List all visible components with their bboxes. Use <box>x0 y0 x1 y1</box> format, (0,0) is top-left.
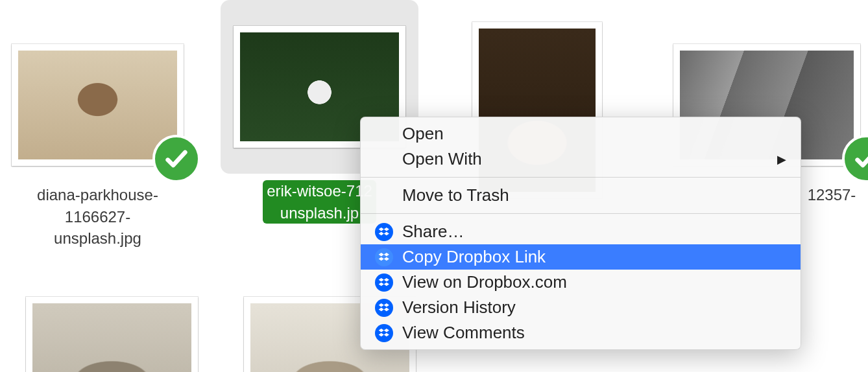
sync-check-icon <box>152 135 200 183</box>
thumbnail-wrap <box>0 32 195 178</box>
dropbox-icon <box>375 299 393 317</box>
menu-view-comments[interactable]: View Comments <box>361 320 801 345</box>
dropbox-icon <box>375 324 393 342</box>
dropbox-icon <box>375 273 393 292</box>
menu-label: View Comments <box>402 323 525 343</box>
thumbnail-image <box>32 303 191 372</box>
file-name-label: 12357- <box>804 184 860 206</box>
menu-copy-dropbox-link[interactable]: Copy Dropbox Link <box>361 244 801 270</box>
menu-label: Share… <box>402 222 464 242</box>
menu-label: View on Dropbox.com <box>402 272 567 292</box>
context-menu: Open Open With ▶ Move to Trash Share… Co… <box>360 117 801 350</box>
menu-separator <box>361 177 801 178</box>
menu-share[interactable]: Share… <box>361 219 801 244</box>
dropbox-icon <box>375 248 393 266</box>
thumbnail-wrap <box>14 285 210 372</box>
menu-open-with[interactable]: Open With ▶ <box>361 146 801 172</box>
menu-label: Move to Trash <box>402 185 509 205</box>
menu-label: Version History <box>402 297 516 318</box>
submenu-arrow-icon: ▶ <box>777 152 786 167</box>
menu-label: Open <box>402 124 444 144</box>
menu-open[interactable]: Open <box>361 121 801 146</box>
file-name-label: diana-parkhouse-1166627- unsplash.jpg <box>1 184 195 250</box>
menu-move-to-trash[interactable]: Move to Trash <box>361 183 801 208</box>
file-name-label-selected: erik-witsoe-712 unsplash.jp <box>263 180 376 224</box>
menu-label: Copy Dropbox Link <box>402 247 546 267</box>
menu-label: Open With <box>402 149 482 169</box>
file-item[interactable]: diana-parkhouse-1166627- unsplash.jpg <box>0 32 195 250</box>
file-item[interactable] <box>14 285 210 372</box>
menu-separator <box>361 213 801 214</box>
menu-version-history[interactable]: Version History <box>361 295 801 320</box>
thumbnail-image <box>18 51 177 159</box>
menu-view-on-dropbox[interactable]: View on Dropbox.com <box>361 270 801 295</box>
dropbox-icon <box>375 223 393 241</box>
thumbnail-border <box>26 297 198 372</box>
